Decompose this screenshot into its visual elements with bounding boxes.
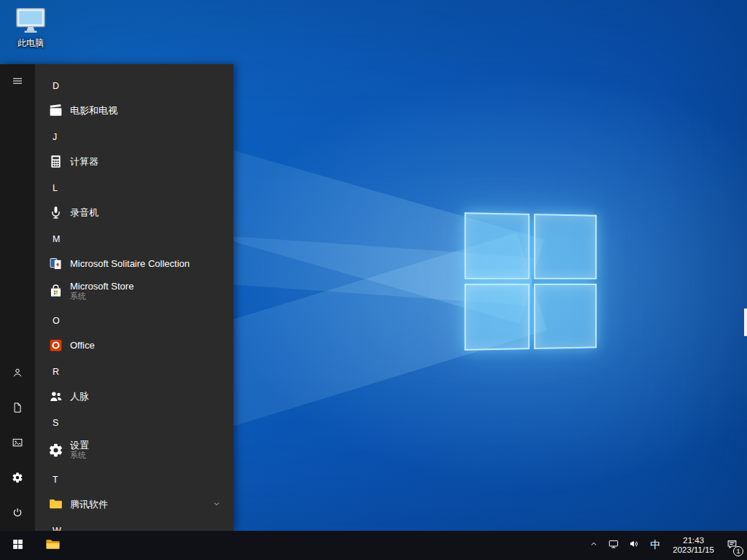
app-section-header[interactable]: D <box>35 74 233 98</box>
logo-pane <box>465 212 530 279</box>
start-rail-bottom <box>0 356 35 531</box>
chevron-down-icon[interactable] <box>212 499 222 509</box>
app-item[interactable]: Microsoft Solitaire Collection <box>35 251 233 276</box>
tray-overflow-button[interactable] <box>584 531 603 560</box>
app-label-group: 录音机 <box>70 207 98 218</box>
gear-icon <box>47 441 64 459</box>
app-label: Office <box>70 340 95 351</box>
chevron-up-icon <box>589 539 599 552</box>
windows-start-icon <box>12 538 24 553</box>
speaker-icon <box>628 538 640 553</box>
this-pc-icon <box>14 6 47 36</box>
people-icon <box>47 387 64 405</box>
app-label-group: 设置系统 <box>70 440 89 460</box>
app-label-group: 计算器 <box>70 156 98 167</box>
network-button[interactable] <box>603 531 624 560</box>
file-explorer-button[interactable] <box>35 531 70 560</box>
rail-documents-button[interactable] <box>0 391 35 426</box>
app-item[interactable]: 录音机 <box>35 200 233 225</box>
network-icon <box>608 538 619 553</box>
app-section-header[interactable]: L <box>35 176 233 200</box>
windows-logo <box>465 212 597 351</box>
app-label-group: 电影和电视 <box>70 105 117 116</box>
edge-scrollbar[interactable] <box>744 308 747 336</box>
start-menu: D电影和电视J计算器L录音机MMicrosoft Solitaire Colle… <box>0 64 233 531</box>
app-label-group: Office <box>70 340 95 351</box>
app-label-group: 人脉 <box>70 391 89 402</box>
start-rail-top <box>0 64 35 99</box>
app-label: 设置 <box>70 440 89 451</box>
this-pc-label: 此电脑 <box>18 37 44 50</box>
rail-account-button[interactable] <box>0 356 35 391</box>
clock-time: 21:43 <box>683 536 704 546</box>
start-rail <box>0 64 35 531</box>
app-label: 人脉 <box>70 391 89 402</box>
app-label: 腾讯软件 <box>70 499 108 510</box>
taskbar: 中 21:43 2023/11/15 1 <box>0 531 747 560</box>
app-item[interactable]: Office <box>35 332 233 357</box>
app-section-header[interactable]: S <box>35 411 233 435</box>
app-label-group: 腾讯软件 <box>70 499 108 510</box>
rail-menu-button[interactable] <box>0 64 35 99</box>
app-label: 计算器 <box>70 156 98 167</box>
calculator-icon <box>47 152 64 170</box>
app-section-header[interactable]: T <box>35 468 233 491</box>
gear-icon <box>12 472 23 486</box>
app-section-header[interactable]: M <box>35 228 233 251</box>
system-tray: 中 21:43 2023/11/15 1 <box>584 531 747 560</box>
app-section-header[interactable]: J <box>35 125 233 149</box>
app-label-group: Microsoft Solitaire Collection <box>70 258 190 269</box>
folder-icon <box>47 495 64 513</box>
rail-power-button[interactable] <box>0 496 35 531</box>
volume-button[interactable] <box>624 531 644 560</box>
hamburger-icon <box>12 75 23 89</box>
logo-pane <box>534 214 597 279</box>
rail-settings-button[interactable] <box>0 461 35 496</box>
app-label-group: Microsoft Store系统 <box>70 281 133 301</box>
app-section-header[interactable]: R <box>35 360 233 384</box>
rail-pictures-button[interactable] <box>0 426 35 461</box>
document-icon <box>12 402 23 416</box>
app-item[interactable]: 设置系统 <box>35 435 233 465</box>
store-icon <box>47 282 64 300</box>
app-section-header[interactable]: O <box>35 309 233 332</box>
app-label: Microsoft Store <box>70 281 133 292</box>
app-item[interactable]: 腾讯软件 <box>35 491 233 516</box>
ime-indicator[interactable]: 中 <box>644 531 666 560</box>
office-icon <box>47 336 64 354</box>
movies-tv-icon <box>47 101 64 119</box>
picture-icon <box>12 437 23 451</box>
app-sublabel: 系统 <box>70 451 89 460</box>
logo-pane <box>465 284 530 351</box>
app-label: 录音机 <box>70 207 98 218</box>
action-center-button[interactable]: 1 <box>721 531 747 560</box>
start-button[interactable] <box>0 531 35 560</box>
logo-pane <box>534 284 597 349</box>
power-icon <box>12 507 23 521</box>
taskbar-clock[interactable]: 21:43 2023/11/15 <box>666 531 721 560</box>
app-item[interactable]: 计算器 <box>35 149 233 174</box>
app-item[interactable]: Microsoft Store系统 <box>35 276 233 306</box>
desktop-icon-this-pc[interactable]: 此电脑 <box>7 6 54 50</box>
user-icon <box>12 367 23 381</box>
app-item[interactable]: 人脉 <box>35 384 233 408</box>
file-explorer-icon <box>44 536 61 555</box>
notification-badge: 1 <box>733 546 743 556</box>
start-app-list: D电影和电视J计算器L录音机MMicrosoft Solitaire Colle… <box>35 64 233 531</box>
solitaire-icon <box>47 254 64 272</box>
app-item[interactable]: 电影和电视 <box>35 98 233 122</box>
app-section-header[interactable]: W <box>35 519 233 531</box>
app-label: Microsoft Solitaire Collection <box>70 258 190 269</box>
clock-date: 2023/11/15 <box>673 545 714 556</box>
voice-recorder-icon <box>47 203 64 221</box>
app-label: 电影和电视 <box>70 105 117 116</box>
app-sublabel: 系统 <box>70 292 133 301</box>
